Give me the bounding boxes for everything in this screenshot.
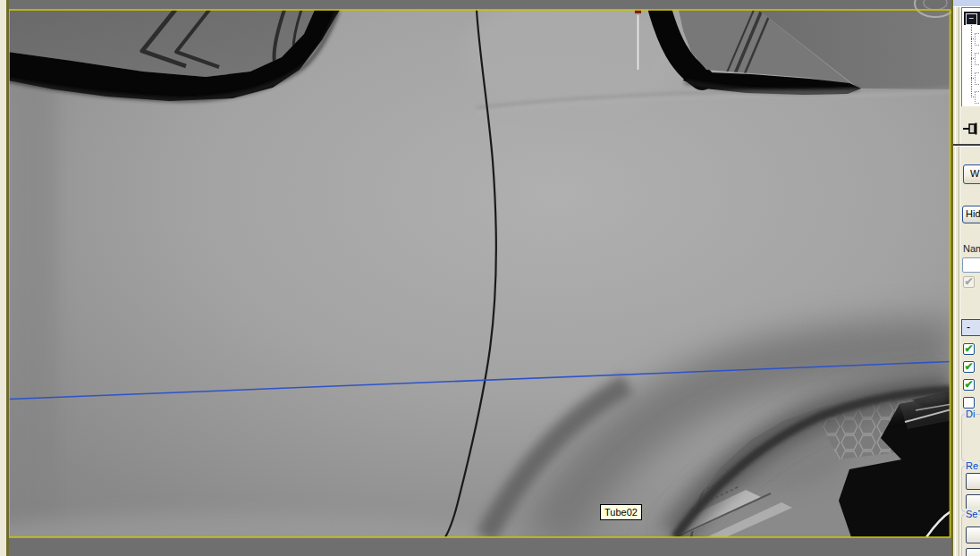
group-button[interactable] — [966, 527, 980, 543]
object-tooltip: Tube02 — [600, 504, 642, 520]
check-icon: ✔ — [964, 342, 973, 355]
check-icon: ✔ — [964, 378, 973, 391]
left-edge-strip — [0, 0, 6, 556]
tree-item[interactable] — [975, 53, 980, 65]
left-viewport-edge — [6, 0, 9, 556]
panel-separator-highlight — [953, 146, 980, 147]
group-label: Se — [965, 509, 978, 519]
car-scene — [8, 0, 953, 556]
group-button[interactable] — [966, 548, 980, 556]
option-checkbox-3[interactable]: ✔ — [963, 379, 975, 391]
panel-caption-bar — [953, 0, 980, 7]
modifier-stack-list[interactable]: − — [961, 7, 980, 106]
group-label: Di — [965, 409, 976, 419]
name-input[interactable] — [962, 257, 980, 273]
tree-branch-line — [971, 25, 972, 97]
option-checkbox-2[interactable]: ✔ — [963, 361, 975, 373]
selection-group: Se — [961, 514, 980, 556]
tree-collapse-toggle[interactable]: − — [966, 13, 977, 25]
panel-splitter-highlight[interactable] — [955, 0, 956, 556]
command-panel: − W Hid Nam ✔ - ✔ — [953, 0, 980, 556]
disabled-checkbox[interactable]: ✔ — [963, 276, 975, 288]
check-icon: ✔ — [964, 275, 973, 288]
panel-splitter[interactable] — [959, 0, 960, 556]
tree-item[interactable] — [975, 33, 980, 46]
option-checkbox-4[interactable] — [963, 397, 975, 409]
tree-item[interactable] — [975, 91, 980, 104]
pin-stack-icon[interactable] — [962, 122, 978, 136]
check-icon: ✔ — [964, 360, 973, 373]
application-window: Tube02 − W Hid — [0, 0, 980, 556]
option-checkbox-1[interactable]: ✔ — [963, 343, 975, 355]
panel-top-button[interactable]: W — [963, 164, 980, 184]
stack-selected-row[interactable]: − — [964, 12, 980, 25]
name-label: Nam — [963, 243, 980, 254]
group-label: Re — [965, 460, 979, 471]
viewport-canvas[interactable] — [8, 0, 953, 556]
group-button[interactable] — [966, 473, 980, 490]
display-group: Di — [961, 414, 980, 461]
render-group: Re — [961, 466, 980, 512]
tree-item[interactable] — [975, 72, 980, 85]
rollout-header[interactable]: - — [961, 319, 980, 336]
hide-button[interactable]: Hid — [962, 206, 980, 223]
